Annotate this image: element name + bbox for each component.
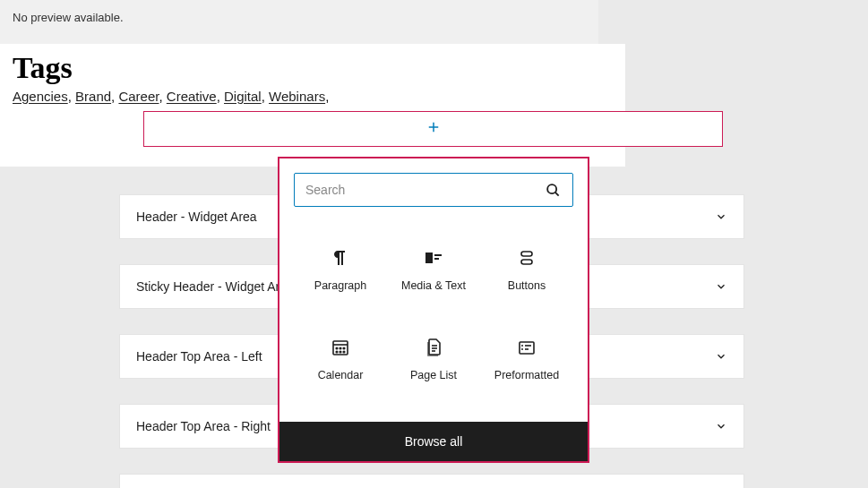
paragraph-icon <box>330 247 351 269</box>
svg-rect-6 <box>434 258 439 260</box>
svg-rect-5 <box>434 254 442 256</box>
search-input[interactable] <box>305 183 544 197</box>
svg-point-12 <box>339 347 341 349</box>
block-preformatted[interactable]: Preformatted <box>480 318 573 400</box>
svg-rect-7 <box>521 252 532 256</box>
search-icon <box>544 181 562 199</box>
tag-link[interactable]: Agencies <box>13 89 68 104</box>
block-paragraph[interactable]: Paragraph <box>294 228 387 311</box>
widget-area-next[interactable] <box>119 474 744 488</box>
block-calendar[interactable]: Calendar <box>294 318 387 400</box>
add-block-button[interactable] <box>143 111 723 147</box>
svg-rect-8 <box>521 260 532 264</box>
tags-panel: Tags Agencies, Brand, Career, Creative, … <box>0 44 625 167</box>
block-label: Media & Text <box>401 279 466 292</box>
svg-point-2 <box>547 184 556 193</box>
block-buttons[interactable]: Buttons <box>480 228 573 311</box>
tag-link[interactable]: Digital <box>224 89 262 104</box>
widget-area-label: Header Top Area - Right <box>136 419 271 433</box>
block-label: Calendar <box>318 369 364 381</box>
chevron-down-icon <box>715 350 727 363</box>
chevron-down-icon <box>715 280 727 293</box>
preview-text: No preview available. <box>13 11 124 24</box>
svg-point-13 <box>343 347 345 349</box>
tag-link[interactable]: Webinars <box>269 89 325 104</box>
preview-banner: No preview available. <box>0 0 598 44</box>
svg-point-11 <box>336 347 338 349</box>
block-label: Paragraph <box>314 279 366 292</box>
tag-link[interactable]: Brand <box>75 89 111 104</box>
widget-area-label: Header Top Area - Left <box>136 349 262 364</box>
block-label: Page List <box>410 369 457 381</box>
browse-all-button[interactable]: Browse all <box>279 422 588 461</box>
block-label: Preformatted <box>494 369 559 381</box>
chevron-down-icon <box>715 210 727 223</box>
block-page-list[interactable]: Page List <box>387 318 480 400</box>
preformatted-icon <box>516 337 537 358</box>
chevron-down-icon <box>715 420 727 432</box>
svg-point-16 <box>343 351 345 353</box>
svg-rect-4 <box>425 253 433 263</box>
tags-list: Agencies, Brand, Career, Creative, Digit… <box>13 89 613 104</box>
tag-link[interactable]: Career <box>118 89 159 104</box>
calendar-icon <box>330 337 351 358</box>
block-label: Buttons <box>508 279 546 292</box>
svg-line-3 <box>555 193 559 196</box>
svg-point-14 <box>336 351 338 353</box>
svg-point-15 <box>339 351 341 353</box>
browse-all-label: Browse all <box>405 434 463 449</box>
block-grid: Paragraph Media & Text Buttons Calendar <box>294 228 573 400</box>
search-wrap[interactable] <box>294 173 573 207</box>
tag-link[interactable]: Creative <box>167 89 217 104</box>
svg-rect-20 <box>520 342 534 354</box>
tags-heading: Tags <box>13 51 613 85</box>
plus-icon <box>425 119 442 139</box>
widget-area-label: Sticky Header - Widget Area <box>136 279 294 294</box>
block-inserter-popover: Paragraph Media & Text Buttons Calendar <box>278 157 589 463</box>
buttons-icon <box>516 247 537 269</box>
media-text-icon <box>423 247 444 269</box>
block-media-text[interactable]: Media & Text <box>387 228 480 311</box>
page-list-icon <box>423 337 444 358</box>
widget-area-label: Header - Widget Area <box>136 210 257 224</box>
